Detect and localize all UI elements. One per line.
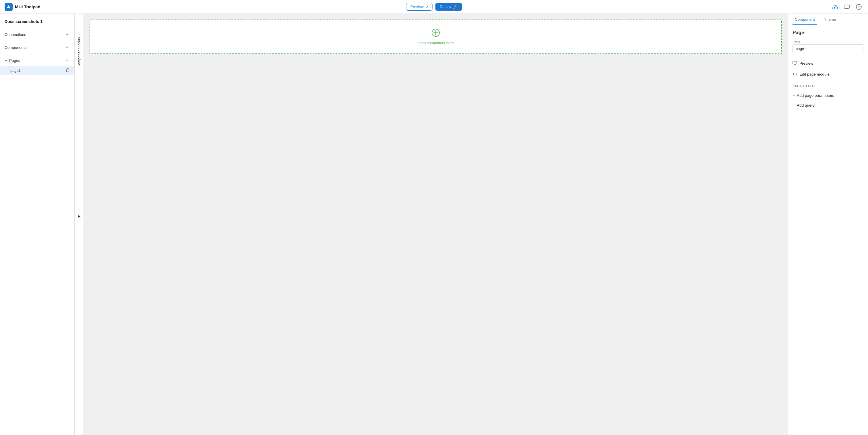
add-query-label: Add query bbox=[797, 103, 815, 108]
topbar: MUI Toolpad Preview ↗ Deploy 🚀 bbox=[0, 0, 868, 14]
component-library-panel[interactable]: ▶ Component library bbox=[74, 14, 84, 435]
sidebar-components-section: Components + bbox=[0, 41, 74, 54]
name-field-label: name bbox=[793, 40, 863, 43]
right-panel: Component Theme Page: name Preview bbox=[787, 14, 868, 435]
edit-page-module-label: Edit page module bbox=[799, 72, 830, 77]
topbar-center-actions: Preview ↗ Deploy 🚀 bbox=[406, 3, 462, 11]
sidebar-page-item-page1[interactable]: page1 bbox=[0, 66, 74, 75]
drop-zone-icon bbox=[431, 28, 440, 39]
svg-text:?: ? bbox=[858, 5, 860, 9]
add-page-parameters-label: Add page parameters bbox=[797, 93, 834, 98]
tab-component[interactable]: Component bbox=[793, 14, 817, 25]
topbar-right-actions: ? bbox=[830, 2, 863, 11]
sidebar-pages-section: ▼ Pages + page1 bbox=[0, 54, 74, 77]
deploy-icon: 🚀 bbox=[453, 5, 458, 9]
add-connection-button[interactable]: + bbox=[64, 32, 70, 38]
add-page-button[interactable]: + bbox=[64, 57, 70, 63]
page-name-input[interactable] bbox=[793, 44, 863, 53]
page1-name: page1 bbox=[10, 68, 66, 73]
tab-theme[interactable]: Theme bbox=[822, 14, 838, 25]
preview-label: Preview bbox=[410, 5, 424, 9]
panel-page-title: Page: bbox=[793, 30, 863, 36]
pages-label: Pages bbox=[9, 58, 65, 63]
preview-button[interactable]: Preview ↗ bbox=[406, 3, 433, 11]
component-library-label: Component library bbox=[77, 37, 81, 67]
add-query-icon: + bbox=[793, 103, 795, 108]
screen-icon-button[interactable] bbox=[842, 2, 851, 11]
components-label: Components bbox=[5, 46, 64, 50]
pages-arrow: ▼ bbox=[5, 59, 7, 62]
delete-page-button[interactable] bbox=[66, 68, 70, 73]
deploy-label: Deploy bbox=[440, 5, 451, 9]
add-page-parameters-icon: + bbox=[793, 93, 795, 98]
canvas-area: Drop component here bbox=[84, 14, 787, 435]
help-icon-button[interactable]: ? bbox=[854, 2, 863, 11]
page-state-label: PAGE STATE: bbox=[793, 84, 863, 88]
page-name-field-group: name bbox=[793, 40, 863, 53]
right-panel-content: Page: name Preview bbox=[788, 25, 868, 115]
sidebar-more-button[interactable]: ⋮ bbox=[62, 18, 70, 25]
preview-action[interactable]: Preview bbox=[793, 58, 863, 69]
cloud-icon-button[interactable] bbox=[830, 2, 839, 11]
edit-page-module-action[interactable]: Edit page module bbox=[793, 69, 863, 80]
preview-action-label: Preview bbox=[799, 61, 813, 65]
logo-icon bbox=[5, 3, 12, 11]
main-layout: Docs screenshots 1 ⋮ Connections + Compo… bbox=[0, 14, 868, 435]
connections-label: Connections bbox=[5, 32, 64, 37]
preview-action-icon bbox=[793, 61, 797, 66]
add-component-button[interactable]: + bbox=[64, 45, 70, 51]
sidebar-header: Docs screenshots 1 ⋮ bbox=[0, 14, 74, 28]
drop-zone-text: Drop component here bbox=[417, 41, 454, 45]
code-icon bbox=[793, 72, 797, 77]
sidebar-item-connections[interactable]: Connections + bbox=[0, 29, 74, 40]
add-page-parameters-action[interactable]: + Add page parameters bbox=[793, 90, 863, 100]
sidebar-connections-section: Connections + bbox=[0, 28, 74, 41]
drop-zone[interactable]: Drop component here bbox=[90, 20, 782, 54]
app-logo[interactable]: MUI Toolpad bbox=[5, 3, 40, 11]
sidebar-pages-header[interactable]: ▼ Pages + bbox=[0, 55, 74, 66]
sidebar-item-components[interactable]: Components + bbox=[0, 42, 74, 53]
right-panel-tabs: Component Theme bbox=[788, 14, 868, 25]
sidebar: Docs screenshots 1 ⋮ Connections + Compo… bbox=[0, 14, 74, 435]
svg-rect-7 bbox=[793, 61, 797, 64]
deploy-button[interactable]: Deploy 🚀 bbox=[435, 3, 462, 11]
app-title: MUI Toolpad bbox=[15, 4, 40, 9]
svg-rect-1 bbox=[844, 5, 849, 8]
project-name: Docs screenshots 1 bbox=[5, 19, 42, 24]
preview-icon: ↗ bbox=[425, 5, 428, 9]
add-query-action[interactable]: + Add query bbox=[793, 100, 863, 110]
